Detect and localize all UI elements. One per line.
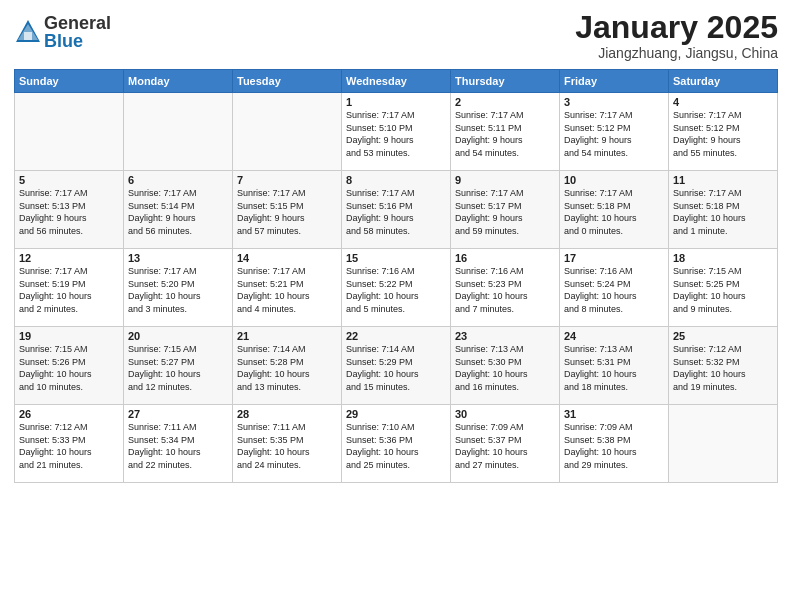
day-number: 24 xyxy=(564,330,664,342)
calendar-cell: 23Sunrise: 7:13 AM Sunset: 5:30 PM Dayli… xyxy=(451,327,560,405)
day-number: 2 xyxy=(455,96,555,108)
day-number: 29 xyxy=(346,408,446,420)
day-info: Sunrise: 7:15 AM Sunset: 5:27 PM Dayligh… xyxy=(128,343,228,393)
col-tuesday: Tuesday xyxy=(233,70,342,93)
calendar-cell: 14Sunrise: 7:17 AM Sunset: 5:21 PM Dayli… xyxy=(233,249,342,327)
day-info: Sunrise: 7:09 AM Sunset: 5:37 PM Dayligh… xyxy=(455,421,555,471)
calendar-cell: 29Sunrise: 7:10 AM Sunset: 5:36 PM Dayli… xyxy=(342,405,451,483)
day-number: 25 xyxy=(673,330,773,342)
day-info: Sunrise: 7:17 AM Sunset: 5:11 PM Dayligh… xyxy=(455,109,555,159)
logo: General Blue xyxy=(14,14,111,50)
day-number: 8 xyxy=(346,174,446,186)
col-sunday: Sunday xyxy=(15,70,124,93)
header: General Blue January 2025 Jiangzhuang, J… xyxy=(14,10,778,61)
calendar-cell: 4Sunrise: 7:17 AM Sunset: 5:12 PM Daylig… xyxy=(669,93,778,171)
day-number: 10 xyxy=(564,174,664,186)
day-number: 13 xyxy=(128,252,228,264)
logo-text: General Blue xyxy=(44,14,111,50)
calendar-cell: 13Sunrise: 7:17 AM Sunset: 5:20 PM Dayli… xyxy=(124,249,233,327)
calendar-cell xyxy=(124,93,233,171)
calendar-cell: 7Sunrise: 7:17 AM Sunset: 5:15 PM Daylig… xyxy=(233,171,342,249)
calendar-week-4: 19Sunrise: 7:15 AM Sunset: 5:26 PM Dayli… xyxy=(15,327,778,405)
calendar-cell: 12Sunrise: 7:17 AM Sunset: 5:19 PM Dayli… xyxy=(15,249,124,327)
calendar-cell: 3Sunrise: 7:17 AM Sunset: 5:12 PM Daylig… xyxy=(560,93,669,171)
calendar-cell: 5Sunrise: 7:17 AM Sunset: 5:13 PM Daylig… xyxy=(15,171,124,249)
day-info: Sunrise: 7:14 AM Sunset: 5:29 PM Dayligh… xyxy=(346,343,446,393)
calendar-table: Sunday Monday Tuesday Wednesday Thursday… xyxy=(14,69,778,483)
day-info: Sunrise: 7:13 AM Sunset: 5:30 PM Dayligh… xyxy=(455,343,555,393)
calendar-cell: 11Sunrise: 7:17 AM Sunset: 5:18 PM Dayli… xyxy=(669,171,778,249)
calendar-cell: 8Sunrise: 7:17 AM Sunset: 5:16 PM Daylig… xyxy=(342,171,451,249)
calendar-cell: 15Sunrise: 7:16 AM Sunset: 5:22 PM Dayli… xyxy=(342,249,451,327)
calendar-cell: 19Sunrise: 7:15 AM Sunset: 5:26 PM Dayli… xyxy=(15,327,124,405)
day-number: 20 xyxy=(128,330,228,342)
day-info: Sunrise: 7:16 AM Sunset: 5:22 PM Dayligh… xyxy=(346,265,446,315)
calendar-cell: 21Sunrise: 7:14 AM Sunset: 5:28 PM Dayli… xyxy=(233,327,342,405)
day-info: Sunrise: 7:10 AM Sunset: 5:36 PM Dayligh… xyxy=(346,421,446,471)
day-number: 1 xyxy=(346,96,446,108)
day-number: 23 xyxy=(455,330,555,342)
day-number: 17 xyxy=(564,252,664,264)
calendar-cell: 17Sunrise: 7:16 AM Sunset: 5:24 PM Dayli… xyxy=(560,249,669,327)
day-number: 14 xyxy=(237,252,337,264)
calendar-week-1: 1Sunrise: 7:17 AM Sunset: 5:10 PM Daylig… xyxy=(15,93,778,171)
day-info: Sunrise: 7:16 AM Sunset: 5:23 PM Dayligh… xyxy=(455,265,555,315)
day-info: Sunrise: 7:17 AM Sunset: 5:15 PM Dayligh… xyxy=(237,187,337,237)
day-info: Sunrise: 7:17 AM Sunset: 5:10 PM Dayligh… xyxy=(346,109,446,159)
calendar-cell: 20Sunrise: 7:15 AM Sunset: 5:27 PM Dayli… xyxy=(124,327,233,405)
logo-icon xyxy=(14,18,42,46)
calendar-cell: 25Sunrise: 7:12 AM Sunset: 5:32 PM Dayli… xyxy=(669,327,778,405)
logo-general-text: General xyxy=(44,14,111,32)
day-info: Sunrise: 7:16 AM Sunset: 5:24 PM Dayligh… xyxy=(564,265,664,315)
calendar-cell: 24Sunrise: 7:13 AM Sunset: 5:31 PM Dayli… xyxy=(560,327,669,405)
day-info: Sunrise: 7:15 AM Sunset: 5:25 PM Dayligh… xyxy=(673,265,773,315)
day-info: Sunrise: 7:17 AM Sunset: 5:16 PM Dayligh… xyxy=(346,187,446,237)
calendar-cell: 1Sunrise: 7:17 AM Sunset: 5:10 PM Daylig… xyxy=(342,93,451,171)
svg-rect-2 xyxy=(24,32,32,40)
col-thursday: Thursday xyxy=(451,70,560,93)
day-info: Sunrise: 7:13 AM Sunset: 5:31 PM Dayligh… xyxy=(564,343,664,393)
day-info: Sunrise: 7:15 AM Sunset: 5:26 PM Dayligh… xyxy=(19,343,119,393)
day-number: 19 xyxy=(19,330,119,342)
day-info: Sunrise: 7:12 AM Sunset: 5:32 PM Dayligh… xyxy=(673,343,773,393)
logo-blue-text: Blue xyxy=(44,32,111,50)
day-info: Sunrise: 7:11 AM Sunset: 5:35 PM Dayligh… xyxy=(237,421,337,471)
calendar-cell: 10Sunrise: 7:17 AM Sunset: 5:18 PM Dayli… xyxy=(560,171,669,249)
day-number: 28 xyxy=(237,408,337,420)
day-info: Sunrise: 7:17 AM Sunset: 5:14 PM Dayligh… xyxy=(128,187,228,237)
calendar-cell: 6Sunrise: 7:17 AM Sunset: 5:14 PM Daylig… xyxy=(124,171,233,249)
day-info: Sunrise: 7:17 AM Sunset: 5:19 PM Dayligh… xyxy=(19,265,119,315)
location-title: Jiangzhuang, Jiangsu, China xyxy=(575,45,778,61)
calendar-week-2: 5Sunrise: 7:17 AM Sunset: 5:13 PM Daylig… xyxy=(15,171,778,249)
day-info: Sunrise: 7:12 AM Sunset: 5:33 PM Dayligh… xyxy=(19,421,119,471)
day-info: Sunrise: 7:17 AM Sunset: 5:12 PM Dayligh… xyxy=(673,109,773,159)
day-number: 7 xyxy=(237,174,337,186)
calendar-cell: 18Sunrise: 7:15 AM Sunset: 5:25 PM Dayli… xyxy=(669,249,778,327)
day-info: Sunrise: 7:17 AM Sunset: 5:21 PM Dayligh… xyxy=(237,265,337,315)
day-info: Sunrise: 7:14 AM Sunset: 5:28 PM Dayligh… xyxy=(237,343,337,393)
day-number: 5 xyxy=(19,174,119,186)
day-number: 26 xyxy=(19,408,119,420)
day-info: Sunrise: 7:17 AM Sunset: 5:12 PM Dayligh… xyxy=(564,109,664,159)
main-container: General Blue January 2025 Jiangzhuang, J… xyxy=(0,0,792,493)
calendar-cell: 16Sunrise: 7:16 AM Sunset: 5:23 PM Dayli… xyxy=(451,249,560,327)
header-row: Sunday Monday Tuesday Wednesday Thursday… xyxy=(15,70,778,93)
day-number: 31 xyxy=(564,408,664,420)
calendar-week-5: 26Sunrise: 7:12 AM Sunset: 5:33 PM Dayli… xyxy=(15,405,778,483)
calendar-cell xyxy=(15,93,124,171)
col-friday: Friday xyxy=(560,70,669,93)
col-wednesday: Wednesday xyxy=(342,70,451,93)
day-number: 12 xyxy=(19,252,119,264)
day-number: 22 xyxy=(346,330,446,342)
day-info: Sunrise: 7:09 AM Sunset: 5:38 PM Dayligh… xyxy=(564,421,664,471)
calendar-cell: 26Sunrise: 7:12 AM Sunset: 5:33 PM Dayli… xyxy=(15,405,124,483)
calendar-cell: 31Sunrise: 7:09 AM Sunset: 5:38 PM Dayli… xyxy=(560,405,669,483)
calendar-cell: 28Sunrise: 7:11 AM Sunset: 5:35 PM Dayli… xyxy=(233,405,342,483)
title-block: January 2025 Jiangzhuang, Jiangsu, China xyxy=(575,10,778,61)
day-number: 9 xyxy=(455,174,555,186)
day-info: Sunrise: 7:17 AM Sunset: 5:13 PM Dayligh… xyxy=(19,187,119,237)
day-number: 18 xyxy=(673,252,773,264)
calendar-cell: 2Sunrise: 7:17 AM Sunset: 5:11 PM Daylig… xyxy=(451,93,560,171)
calendar-cell: 22Sunrise: 7:14 AM Sunset: 5:29 PM Dayli… xyxy=(342,327,451,405)
col-monday: Monday xyxy=(124,70,233,93)
